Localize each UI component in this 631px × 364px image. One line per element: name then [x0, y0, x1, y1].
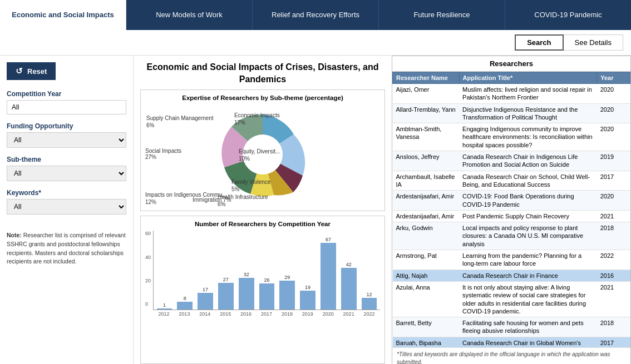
researcher-year: 2019: [597, 151, 630, 171]
application-title: Muslim affects: lived religion and socia…: [459, 84, 597, 104]
researcher-year: 2020: [597, 191, 630, 211]
application-title: Canada Research Chair in Indigenous Life…: [459, 151, 597, 171]
bar-col: 26: [257, 277, 277, 310]
bar-col: 67: [319, 237, 338, 310]
researchers-table: Researcher Name Application Title* Year …: [392, 72, 630, 347]
sidebar-note: Note: Researcher list is comprised of re…: [7, 231, 126, 266]
note-label: Note:: [7, 232, 23, 238]
bar: [259, 283, 275, 310]
application-title: Canada Research Chair in Finance: [459, 270, 597, 281]
researcher-name: Barrett, Betty: [393, 317, 460, 337]
researcher-name: Archambault, Isabelle IA: [393, 171, 460, 191]
bar-col: 42: [339, 262, 358, 310]
application-title: Facilitating safe housing for women and …: [459, 317, 597, 337]
bar-col: 1: [155, 302, 174, 310]
researcher-year: 2021: [597, 210, 630, 222]
researcher-year: 2020: [597, 103, 630, 123]
top-nav: Economic and Social Impacts New Models o…: [0, 0, 631, 30]
researcher-name: Ambtman-Smith, Vanessa: [393, 123, 460, 151]
table-row: Barrett, BettyFacilitating safe housing …: [393, 317, 630, 337]
bar-col: 8: [175, 296, 195, 310]
funding-opportunity-filter: Funding Opportunity All: [7, 122, 126, 148]
application-title: Learning from the pandemic? Planning for…: [459, 250, 597, 270]
bar-col: 19: [298, 285, 318, 310]
competition-year-filter: Competition Year All: [7, 90, 126, 114]
bar: [279, 281, 295, 310]
researcher-name: Ardestanijaafari, Amir: [393, 210, 460, 222]
bar-chart-title: Number of Researchers by Competition Yea…: [145, 221, 380, 227]
nav-item-relief[interactable]: Relief and Recovery Efforts: [253, 0, 379, 30]
table-row: Armstrong, PatLearning from the pandemic…: [393, 250, 630, 270]
table-row: Archambault, Isabelle IACanada Research …: [393, 171, 630, 191]
table-row: Allard-Tremblay, YannDisjunctive Indigen…: [393, 103, 630, 123]
see-details-button[interactable]: See Details: [564, 34, 623, 51]
nav-item-new-models[interactable]: New Models of Work: [126, 0, 253, 30]
bar: [300, 291, 316, 310]
reset-button[interactable]: ↺ Reset: [7, 62, 56, 80]
keywords-label: Keywords*: [7, 189, 126, 197]
application-title: Local impacts and policy response to pla…: [459, 222, 597, 250]
subtheme-filter: Sub-theme All: [7, 156, 126, 181]
application-title: Canada Research Chair in Global Women's …: [459, 337, 597, 347]
bar: [239, 278, 254, 310]
page-title: Economic and Social Impacts of Crises, D…: [140, 61, 385, 85]
bar-col: 32: [236, 272, 256, 310]
donut-chart-svg: [210, 103, 316, 206]
bar: [198, 293, 213, 310]
col-header-title: Application Title*: [459, 72, 597, 84]
table-row: Baruah, BipashaCanada Research Chair in …: [393, 337, 630, 347]
center-content: Economic and Social Impacts of Crises, D…: [134, 56, 392, 364]
application-title: It is not only about staying alive: A li…: [459, 281, 597, 317]
table-row: Ambtman-Smith, VanessaEngaging Indigenou…: [393, 123, 630, 151]
table-row: Azulai, AnnaIt is not only about staying…: [393, 281, 630, 317]
table-row: Arku, GodwinLocal impacts and policy res…: [393, 222, 630, 250]
keywords-filter: Keywords* All: [7, 189, 126, 215]
competition-year-label: Competition Year: [7, 90, 126, 98]
table-row: Attig, NajahCanada Research Chair in Fin…: [393, 270, 630, 281]
application-title: Engaging Indigenous community to improve…: [459, 123, 597, 151]
researcher-year: 2022: [597, 250, 630, 270]
researcher-name: Arku, Godwin: [393, 222, 460, 250]
bar-col: 17: [196, 287, 215, 310]
nav-item-economic[interactable]: Economic and Social Impacts: [0, 0, 126, 30]
subtheme-select[interactable]: All: [7, 166, 126, 181]
bar-col: 29: [278, 275, 297, 310]
donut-chart-box: Expertise of Researchers by Sub-theme (p…: [140, 89, 385, 211]
bar: [362, 298, 377, 310]
sidebar: ↺ Reset Competition Year All Funding Opp…: [0, 56, 134, 364]
researcher-year: 2018: [597, 222, 630, 250]
application-title: Disjunctive Indigenous Resistance and th…: [459, 103, 597, 123]
bar: [157, 308, 172, 310]
search-button[interactable]: Search: [515, 34, 563, 51]
funding-opportunity-select[interactable]: All: [7, 132, 126, 148]
funding-opportunity-label: Funding Opportunity: [7, 122, 126, 130]
researcher-year: 2021: [597, 281, 630, 317]
researcher-year: 2020: [597, 84, 630, 104]
keywords-select[interactable]: All: [7, 199, 126, 215]
bar: [321, 243, 336, 310]
researcher-name: Ansloos, Jeffrey: [393, 151, 460, 171]
bar-chart-box: Number of Researchers by Competition Yea…: [140, 216, 385, 364]
col-header-year: Year: [597, 72, 630, 84]
bar: [341, 268, 357, 310]
application-title: COVID-19: Food Bank Operations during CO…: [459, 191, 597, 211]
researcher-name: Armstrong, Pat: [393, 250, 460, 270]
bar-col: 12: [359, 292, 379, 310]
reset-icon: ↺: [16, 66, 23, 76]
table-row: Aijazi, OmerMuslim affects: lived religi…: [393, 84, 630, 104]
nav-item-resilience[interactable]: Future Resilience: [379, 0, 505, 30]
researchers-title: Researchers: [392, 56, 630, 72]
subtheme-label: Sub-theme: [7, 156, 126, 163]
researcher-name: Allard-Tremblay, Yann: [393, 103, 460, 123]
researcher-name: Azulai, Anna: [393, 281, 460, 317]
table-row: Ardestanijaafari, AmirCOVID-19: Food Ban…: [393, 191, 630, 211]
table-row: Ardestanijaafari, AmirPost Pandemic Supp…: [393, 210, 630, 222]
table-row: Ansloos, JeffreyCanada Research Chair in…: [393, 151, 630, 171]
bar-col: 27: [216, 277, 235, 310]
donut-chart-title: Expertise of Researchers by Sub-theme (p…: [145, 94, 380, 101]
researcher-year: 2018: [597, 317, 630, 337]
competition-year-select[interactable]: All: [7, 100, 126, 114]
col-header-name: Researcher Name: [393, 72, 460, 84]
researchers-panel: Researchers Researcher Name Application …: [392, 56, 631, 364]
nav-item-covid[interactable]: COVID-19 Pandemic: [505, 0, 631, 30]
